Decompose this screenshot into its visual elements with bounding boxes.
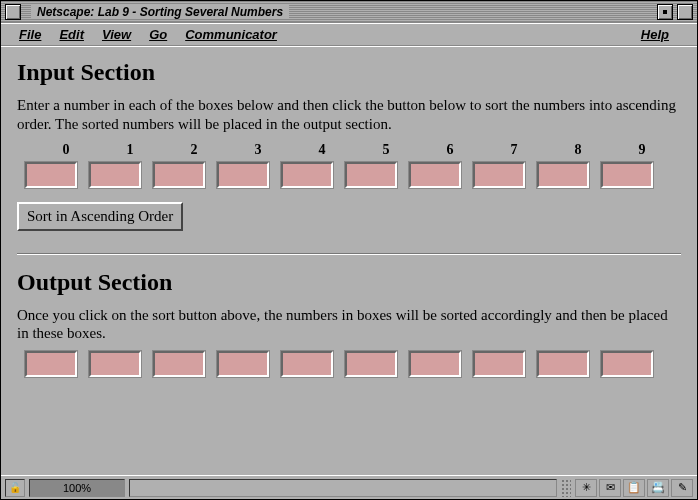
output-box-0 bbox=[25, 351, 77, 377]
inbox-icon[interactable]: ✉ bbox=[599, 479, 621, 497]
security-icon[interactable]: 🔓 bbox=[5, 479, 25, 497]
output-box-4 bbox=[281, 351, 333, 377]
input-label: 5 bbox=[361, 142, 411, 158]
menu-file[interactable]: File bbox=[19, 27, 41, 42]
input-label: 7 bbox=[489, 142, 539, 158]
status-message bbox=[129, 479, 557, 497]
output-box-5 bbox=[345, 351, 397, 377]
input-box-9[interactable] bbox=[601, 162, 653, 188]
input-box-2[interactable] bbox=[153, 162, 205, 188]
newsgroups-icon[interactable]: 📋 bbox=[623, 479, 645, 497]
input-box-5[interactable] bbox=[345, 162, 397, 188]
output-box-8 bbox=[537, 351, 589, 377]
menu-communicator[interactable]: Communicator bbox=[185, 27, 277, 42]
output-box-3 bbox=[217, 351, 269, 377]
output-box-6 bbox=[409, 351, 461, 377]
menu-edit[interactable]: Edit bbox=[59, 27, 84, 42]
addressbook-icon[interactable]: 📇 bbox=[647, 479, 669, 497]
titlebar: Netscape: Lab 9 - Sorting Several Number… bbox=[1, 1, 697, 23]
menu-help[interactable]: Help bbox=[641, 27, 669, 42]
output-boxes-row bbox=[17, 351, 681, 377]
input-label: 3 bbox=[233, 142, 283, 158]
section-divider bbox=[17, 253, 681, 255]
input-label: 8 bbox=[553, 142, 603, 158]
window-menu-button[interactable] bbox=[5, 4, 21, 20]
navigator-icon[interactable]: ✳ bbox=[575, 479, 597, 497]
output-box-7 bbox=[473, 351, 525, 377]
input-label: 1 bbox=[105, 142, 155, 158]
output-box-2 bbox=[153, 351, 205, 377]
progress-indicator: 100% bbox=[29, 479, 125, 497]
sort-button[interactable]: Sort in Ascending Order bbox=[17, 202, 183, 231]
input-box-7[interactable] bbox=[473, 162, 525, 188]
output-box-9 bbox=[601, 351, 653, 377]
input-label: 6 bbox=[425, 142, 475, 158]
input-section-heading: Input Section bbox=[17, 59, 681, 86]
minimize-button[interactable] bbox=[657, 4, 673, 20]
input-section-desc: Enter a number in each of the boxes belo… bbox=[17, 96, 681, 134]
output-box-1 bbox=[89, 351, 141, 377]
input-labels-row: 0 1 2 3 4 5 6 7 8 9 bbox=[17, 142, 681, 158]
input-box-3[interactable] bbox=[217, 162, 269, 188]
output-section-heading: Output Section bbox=[17, 269, 681, 296]
menu-view[interactable]: View bbox=[102, 27, 131, 42]
menubar: File Edit View Go Communicator Help bbox=[1, 23, 697, 46]
window-title: Netscape: Lab 9 - Sorting Several Number… bbox=[31, 5, 289, 19]
input-label: 0 bbox=[41, 142, 91, 158]
statusbar: 🔓 100% ✳ ✉ 📋 📇 ✎ bbox=[1, 475, 697, 499]
maximize-button[interactable] bbox=[677, 4, 693, 20]
input-box-8[interactable] bbox=[537, 162, 589, 188]
input-box-0[interactable] bbox=[25, 162, 77, 188]
output-section-desc: Once you click on the sort button above,… bbox=[17, 306, 681, 344]
input-box-6[interactable] bbox=[409, 162, 461, 188]
input-box-4[interactable] bbox=[281, 162, 333, 188]
input-label: 9 bbox=[617, 142, 667, 158]
app-window: Netscape: Lab 9 - Sorting Several Number… bbox=[0, 0, 698, 500]
input-box-1[interactable] bbox=[89, 162, 141, 188]
menu-go[interactable]: Go bbox=[149, 27, 167, 42]
input-boxes-row bbox=[17, 162, 681, 188]
composer-icon[interactable]: ✎ bbox=[671, 479, 693, 497]
input-label: 2 bbox=[169, 142, 219, 158]
input-label: 4 bbox=[297, 142, 347, 158]
grip-icon bbox=[561, 479, 571, 497]
page-content: Input Section Enter a number in each of … bbox=[1, 46, 697, 475]
